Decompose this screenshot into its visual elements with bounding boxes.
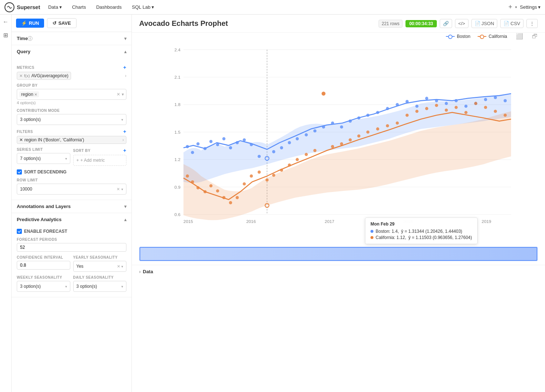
svg-point-84 — [357, 134, 361, 138]
predictive-section-header[interactable]: Predictive Analytics ▴ — [12, 213, 132, 226]
sort-descending-checkbox[interactable] — [17, 169, 22, 175]
panel-grid-icon[interactable]: ⊞ — [1, 31, 10, 39]
group-by-tag-remove[interactable]: ✕ — [34, 93, 37, 97]
confidence-label: CONFIDENCE INTERVAL — [17, 255, 70, 259]
svg-text:0.9: 0.9 — [175, 185, 181, 190]
more-button[interactable]: ⋮ — [526, 19, 538, 28]
time-info-icon[interactable]: i — [28, 36, 32, 41]
yearly-clear-icon[interactable]: ✕ — [117, 264, 120, 269]
nav-data-chevron: ▾ — [59, 4, 62, 10]
group-by-input[interactable]: region ✕ ✕ ▾ — [17, 89, 126, 100]
tooltip-california-forecast: ŷ = 1.11503 (0.963656, 1.27604) — [408, 235, 472, 240]
sort-by-add-button[interactable]: + — [123, 148, 126, 153]
daily-seasonality-select[interactable]: 3 option(s) ▾ — [73, 281, 127, 292]
metric-remove-icon[interactable]: ✕ — [19, 74, 23, 78]
svg-point-39 — [313, 129, 317, 133]
legend-collapse-icon[interactable]: 🗗 — [532, 33, 538, 40]
contribution-mode-label: CONTRIBUTION MODE — [17, 109, 126, 113]
svg-point-53 — [445, 102, 448, 105]
weekly-seasonality-label: WEEKLY SEASONALITY — [17, 275, 70, 279]
json-button[interactable]: 📄 JSON — [471, 19, 498, 28]
nav-dashboards[interactable]: Dashboards — [94, 3, 124, 11]
svg-point-88 — [396, 121, 399, 125]
time-section-header[interactable]: Time i ▾ — [12, 32, 132, 45]
svg-point-23 — [196, 142, 200, 146]
weekly-seasonality-select[interactable]: 3 option(s) ▾ — [17, 281, 70, 292]
nav-sqllab[interactable]: SQL Lab ▾ — [130, 3, 156, 11]
tooltip-boston-label: Boston: 1.4, — [376, 229, 399, 234]
contribution-mode-select[interactable]: 3 option(s) ▾ — [17, 114, 126, 125]
tooltip-boston-forecast: ŷ = 1.31344 (1.20426, 1.44403) — [401, 229, 462, 234]
time-chevron-icon: ▾ — [124, 36, 126, 41]
svg-text:1.8: 1.8 — [175, 102, 181, 107]
save-icon: ↺ — [52, 20, 56, 26]
save-button[interactable]: ↺ SAVE — [47, 18, 76, 28]
link-button[interactable]: 🔗 — [440, 19, 452, 28]
svg-text:2016: 2016 — [246, 219, 256, 224]
svg-text:2017: 2017 — [325, 219, 334, 224]
sort-by-add-metric[interactable]: + + Add metric — [73, 155, 127, 166]
filter-expand-icon[interactable]: › — [122, 137, 124, 142]
forecast-periods-label: FORECAST PERIODS — [17, 238, 126, 242]
group-by-dropdown-icon[interactable]: ▾ — [122, 92, 124, 97]
nav-charts[interactable]: Charts — [70, 3, 88, 11]
daily-seasonality-col: DAILY SEASONALITY 3 option(s) ▾ — [73, 272, 127, 292]
query-section-header[interactable]: Query ▴ — [12, 45, 132, 58]
svg-point-55 — [464, 105, 468, 108]
series-limit-select[interactable]: 7 option(s) ▾ — [17, 153, 70, 164]
metric-tag[interactable]: ✕ f(x) AVG(averageprice) — [17, 72, 71, 80]
yearly-seasonality-label: YEARLY SEASONALITY — [73, 255, 127, 259]
metric-expand-icon[interactable]: › — [125, 73, 126, 78]
chart-header: Avocado Echarts Prophet 221 rows 00:00:3… — [132, 15, 545, 33]
svg-point-95 — [464, 111, 468, 114]
plus-button[interactable]: + — [509, 3, 513, 11]
code-button[interactable]: </> — [455, 19, 468, 28]
panel-arrow-icon[interactable]: ← — [1, 17, 10, 26]
confidence-input[interactable] — [17, 261, 70, 270]
group-by-clear-icon[interactable]: ✕ — [117, 92, 120, 97]
yearly-seasonality-select[interactable]: Yes ✕ ▾ — [73, 261, 127, 272]
enable-forecast-checkbox[interactable] — [17, 229, 22, 234]
row-limit-select[interactable]: 10000 ✕ ▾ — [17, 184, 126, 195]
query-section: Query ▴ METRICS + ✕ f(x) AVG(averagepric… — [12, 45, 132, 200]
series-sort-row: SERIES LIMIT 7 option(s) ▾ SORT BY + — [17, 144, 126, 166]
sidebar: ⚡ RUN ↺ SAVE Time i ▾ Query ▴ — [12, 15, 132, 392]
csv-button[interactable]: 📄 CSV — [500, 19, 524, 28]
filters-add-button[interactable]: + — [123, 129, 126, 134]
row-limit-clear-icon[interactable]: ✕ — [117, 187, 120, 192]
daily-caret-icon: ▾ — [121, 285, 123, 289]
topnav: Superset Data ▾ Charts Dashboards SQL La… — [0, 0, 545, 15]
sort-by-col: SORT BY + + + Add metric — [73, 144, 127, 166]
legend-expand-icon[interactable]: ⬜ — [516, 33, 523, 40]
legend-boston[interactable]: Boston — [446, 34, 470, 39]
sort-by-plus-icon: + — [77, 158, 79, 163]
filter-remove-icon[interactable]: ✕ — [19, 137, 23, 142]
svg-point-70 — [250, 175, 253, 178]
mini-chart[interactable] — [139, 247, 538, 261]
settings-chevron: ▾ — [538, 4, 541, 10]
sort-by-label: SORT BY + — [73, 148, 127, 153]
app-logo[interactable]: Superset — [4, 2, 40, 12]
predictive-section-body: ENABLE FORECAST FORECAST PERIODS CONFIDE… — [12, 226, 132, 297]
svg-point-69 — [243, 182, 246, 185]
legend-california[interactable]: California — [478, 34, 507, 39]
svg-point-36 — [288, 141, 291, 144]
settings-button[interactable]: Settings ▾ — [520, 4, 541, 10]
chart-meta: 221 rows 00:00:34:33 🔗 </> 📄 JSON 📄 CSV … — [379, 19, 538, 28]
nav-data[interactable]: Data ▾ — [46, 3, 64, 11]
annotations-section-header[interactable]: Annotations and Layers ▾ — [12, 200, 132, 213]
svg-point-64 — [209, 184, 213, 188]
forecast-periods-input[interactable] — [17, 243, 126, 252]
run-button[interactable]: ⚡ RUN — [16, 19, 44, 28]
svg-text:1.5: 1.5 — [175, 130, 181, 135]
svg-text:2019: 2019 — [482, 219, 491, 224]
data-section[interactable]: › Data — [132, 265, 545, 278]
filter-tag[interactable]: ✕ region IN ('Boston', 'California') › — [17, 136, 126, 144]
series-limit-caret-icon: ▾ — [65, 157, 67, 161]
data-section-chevron-icon: › — [139, 269, 141, 274]
metrics-add-button[interactable]: + — [123, 64, 126, 70]
svg-text:2.4: 2.4 — [175, 47, 181, 52]
tooltip-california-label: California: 1.12, — [376, 235, 406, 240]
svg-point-99 — [503, 114, 507, 117]
svg-point-27 — [222, 137, 226, 141]
